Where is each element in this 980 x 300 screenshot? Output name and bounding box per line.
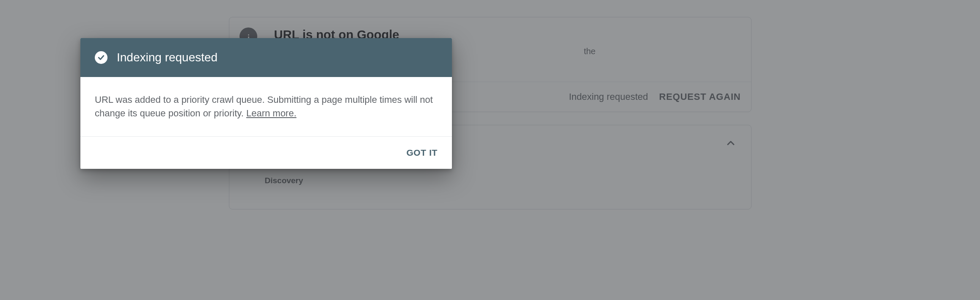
dialog-title: Indexing requested [117, 51, 217, 64]
dialog-actions: GOT IT [80, 137, 452, 169]
dialog-body: URL was added to a priority crawl queue.… [80, 77, 452, 137]
learn-more-link[interactable]: Learn more. [246, 108, 297, 118]
check-circle-icon [95, 51, 107, 64]
dialog-header: Indexing requested [80, 38, 452, 77]
indexing-requested-dialog: Indexing requested URL was added to a pr… [80, 38, 452, 169]
got-it-button[interactable]: GOT IT [402, 144, 442, 161]
